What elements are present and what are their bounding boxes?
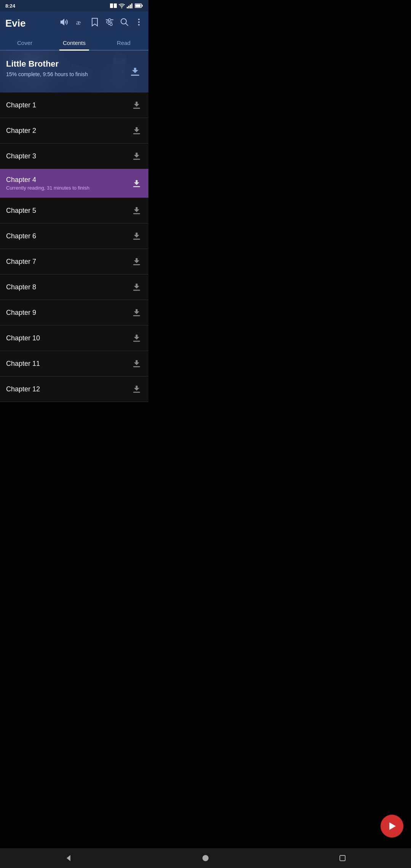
more-icon[interactable] <box>135 18 143 29</box>
chapter-item[interactable]: Chapter 3 <box>0 144 148 169</box>
svg-marker-9 <box>61 19 64 26</box>
chapter-item-content: Chapter 10 <box>6 334 40 342</box>
svg-rect-33 <box>136 153 138 156</box>
chapter-item[interactable]: Chapter 2 <box>0 118 148 144</box>
svg-rect-43 <box>133 264 140 265</box>
svg-rect-54 <box>136 335 138 338</box>
tab-contents[interactable]: Contents <box>49 35 99 50</box>
svg-rect-36 <box>136 180 138 183</box>
svg-rect-55 <box>133 366 140 367</box>
svg-point-19 <box>138 19 140 20</box>
filter-icon[interactable] <box>105 18 114 29</box>
chapter-item[interactable]: Chapter 9 <box>0 300 148 326</box>
chapter-item[interactable]: Chapter 12 <box>0 377 148 402</box>
svg-rect-0 <box>110 3 113 8</box>
chapter-download-button[interactable] <box>131 178 142 189</box>
chapter-item-content: Chapter 1 <box>6 101 36 109</box>
svg-rect-45 <box>136 258 138 261</box>
svg-rect-52 <box>133 341 140 342</box>
svg-rect-28 <box>133 133 140 134</box>
book-title: Little Brother <box>6 59 142 69</box>
svg-rect-58 <box>133 392 140 393</box>
svg-rect-8 <box>142 5 143 7</box>
svg-rect-27 <box>136 102 138 105</box>
chapter-item-content: Chapter 4Currently reading, 31 minutes t… <box>6 176 89 191</box>
svg-point-16 <box>110 23 112 26</box>
svg-rect-31 <box>133 159 140 160</box>
chapter-item[interactable]: Chapter 7 <box>0 249 148 274</box>
chapter-item[interactable]: Chapter 5 <box>0 198 148 223</box>
chapter-item-content: Chapter 2 <box>6 127 36 135</box>
chapter-name: Chapter 12 <box>6 385 40 393</box>
status-icons <box>110 3 143 8</box>
chapter-item[interactable]: Chapter 4Currently reading, 31 minutes t… <box>0 169 148 198</box>
book-progress: 15% complete, 9:56 hours to finish <box>6 71 142 77</box>
chapter-name: Chapter 1 <box>6 101 36 109</box>
chapter-name: Chapter 4 <box>6 176 89 184</box>
chapter-item[interactable]: Chapter 11 <box>0 351 148 377</box>
font-icon[interactable]: æ <box>75 18 84 29</box>
chapter-name: Chapter 6 <box>6 232 36 240</box>
svg-rect-30 <box>136 127 138 130</box>
chapter-download-button[interactable] <box>131 256 142 267</box>
svg-rect-34 <box>133 186 140 187</box>
chapter-download-button[interactable] <box>131 125 142 136</box>
chapter-name: Chapter 9 <box>6 309 36 317</box>
svg-rect-7 <box>135 5 141 7</box>
chapter-item-content: Chapter 7 <box>6 258 36 266</box>
svg-rect-48 <box>136 284 138 287</box>
tab-bar: Cover Contents Read <box>0 35 148 51</box>
svg-rect-51 <box>136 309 138 312</box>
app-title: Evie <box>5 18 53 29</box>
book-icon <box>110 3 117 8</box>
svg-rect-1 <box>114 3 117 8</box>
tab-cover[interactable]: Cover <box>0 35 49 50</box>
svg-rect-25 <box>133 108 140 109</box>
chapter-name: Chapter 10 <box>6 334 40 342</box>
svg-rect-2 <box>127 7 128 8</box>
svg-rect-4 <box>130 5 131 8</box>
chapters-list: Chapter 1 Chapter 2 Chapter 3 Chapter 4C… <box>0 93 148 402</box>
signal-icon <box>127 3 133 8</box>
svg-rect-3 <box>128 6 129 8</box>
chapter-download-button[interactable] <box>131 281 142 293</box>
svg-rect-37 <box>133 213 140 214</box>
tab-read[interactable]: Read <box>99 35 148 50</box>
svg-rect-40 <box>133 239 140 240</box>
chapter-item[interactable]: Chapter 6 <box>0 223 148 249</box>
search-icon[interactable] <box>120 18 129 29</box>
svg-rect-46 <box>133 290 140 291</box>
chapter-item-content: Chapter 11 <box>6 360 40 368</box>
battery-icon <box>135 3 143 8</box>
app-bar: Evie æ <box>0 11 148 35</box>
hero-section: Little Brother 15% complete, 9:56 hours … <box>0 51 148 93</box>
chapter-download-button[interactable] <box>131 230 142 242</box>
svg-text:æ: æ <box>76 19 81 26</box>
chapter-download-button[interactable] <box>131 150 142 162</box>
status-time: 8:24 <box>5 3 15 9</box>
bookmark-icon[interactable] <box>91 18 99 29</box>
chapter-item[interactable]: Chapter 8 <box>0 274 148 300</box>
chapter-download-button[interactable] <box>131 205 142 216</box>
chapter-download-button[interactable] <box>131 99 142 111</box>
chapter-item[interactable]: Chapter 10 <box>0 326 148 351</box>
chapter-download-button[interactable] <box>131 332 142 344</box>
chapter-item-content: Chapter 3 <box>6 152 36 160</box>
chapter-name: Chapter 5 <box>6 207 36 215</box>
narrate-icon[interactable] <box>59 18 69 29</box>
chapter-download-button[interactable] <box>131 358 142 369</box>
svg-rect-57 <box>136 360 138 363</box>
svg-rect-60 <box>136 386 138 389</box>
chapter-item-content: Chapter 12 <box>6 385 40 393</box>
chapter-download-button[interactable] <box>131 383 142 395</box>
svg-rect-39 <box>136 207 138 210</box>
hero-content: Little Brother 15% complete, 9:56 hours … <box>6 59 142 77</box>
svg-point-14 <box>108 19 111 21</box>
chapter-name: Chapter 7 <box>6 258 36 266</box>
chapter-name: Chapter 2 <box>6 127 36 135</box>
chapter-item[interactable]: Chapter 1 <box>0 93 148 118</box>
chapter-item-content: Chapter 8 <box>6 283 36 291</box>
chapter-item-content: Chapter 5 <box>6 207 36 215</box>
chapter-download-button[interactable] <box>131 307 142 318</box>
svg-line-18 <box>126 23 128 26</box>
